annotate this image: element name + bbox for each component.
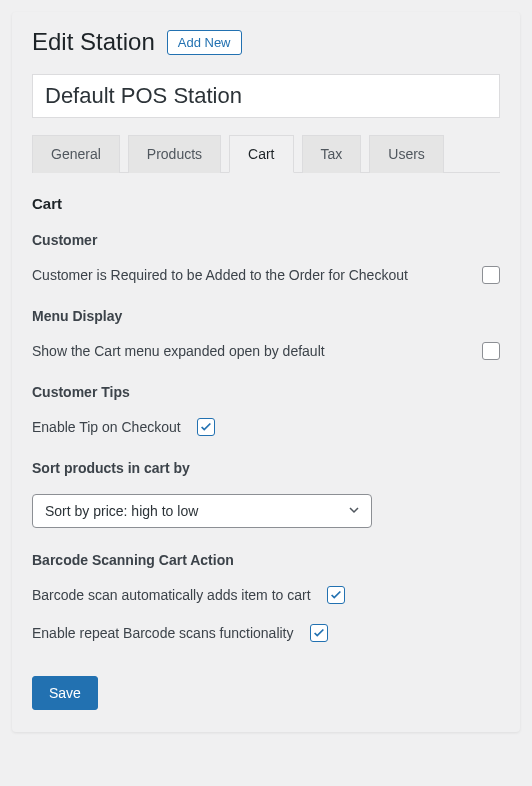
add-new-button[interactable]: Add New bbox=[167, 30, 242, 55]
label-menu-expanded: Show the Cart menu expanded open by defa… bbox=[32, 343, 325, 359]
sub-heading-customer: Customer bbox=[32, 232, 500, 248]
tab-users[interactable]: Users bbox=[369, 135, 444, 173]
sort-select[interactable] bbox=[32, 494, 372, 528]
label-require-customer: Customer is Required to be Added to the … bbox=[32, 267, 408, 283]
sub-heading-barcode: Barcode Scanning Cart Action bbox=[32, 552, 500, 568]
field-menu-expanded: Show the Cart menu expanded open by defa… bbox=[32, 342, 500, 360]
check-icon bbox=[329, 588, 343, 602]
field-barcode-repeat: Enable repeat Barcode scans functionalit… bbox=[32, 624, 500, 642]
station-name-input[interactable] bbox=[32, 74, 500, 118]
check-icon bbox=[199, 420, 213, 434]
field-enable-tip: Enable Tip on Checkout bbox=[32, 418, 500, 436]
checkbox-require-customer[interactable] bbox=[482, 266, 500, 284]
section-heading-cart: Cart bbox=[32, 195, 500, 212]
page-title-row: Edit Station Add New bbox=[32, 28, 500, 56]
checkbox-barcode-auto-add[interactable] bbox=[327, 586, 345, 604]
sort-select-wrap bbox=[32, 494, 500, 528]
save-button[interactable]: Save bbox=[32, 676, 98, 710]
field-barcode-auto-add: Barcode scan automatically adds item to … bbox=[32, 586, 500, 604]
label-barcode-auto-add: Barcode scan automatically adds item to … bbox=[32, 587, 311, 603]
edit-station-panel: Edit Station Add New General Products Ca… bbox=[12, 12, 520, 732]
field-require-customer: Customer is Required to be Added to the … bbox=[32, 266, 500, 284]
page-title: Edit Station bbox=[32, 28, 155, 56]
sub-heading-sort: Sort products in cart by bbox=[32, 460, 500, 476]
tab-products[interactable]: Products bbox=[128, 135, 221, 173]
checkbox-enable-tip[interactable] bbox=[197, 418, 215, 436]
sub-heading-menu-display: Menu Display bbox=[32, 308, 500, 324]
tab-general[interactable]: General bbox=[32, 135, 120, 173]
tabs-bar: General Products Cart Tax Users bbox=[32, 134, 500, 173]
checkbox-barcode-repeat[interactable] bbox=[310, 624, 328, 642]
label-enable-tip: Enable Tip on Checkout bbox=[32, 419, 181, 435]
sub-heading-customer-tips: Customer Tips bbox=[32, 384, 500, 400]
label-barcode-repeat: Enable repeat Barcode scans functionalit… bbox=[32, 625, 294, 641]
check-icon bbox=[312, 626, 326, 640]
tab-cart[interactable]: Cart bbox=[229, 135, 293, 173]
tab-tax[interactable]: Tax bbox=[302, 135, 362, 173]
checkbox-menu-expanded[interactable] bbox=[482, 342, 500, 360]
